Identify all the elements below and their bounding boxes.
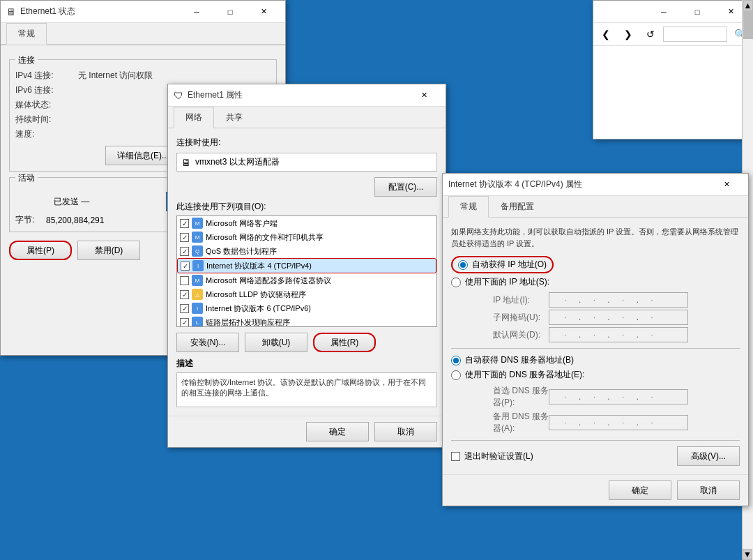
item-text-4: Microsoft 网络适配器多路传送器协议 <box>206 275 331 286</box>
alternate-dns-label: 备用 DNS 服务器(A): <box>493 411 549 434</box>
auto-dns-label: 自动获得 DNS 服务器地址(B) <box>465 354 574 366</box>
manual-dns-radio[interactable] <box>451 370 461 380</box>
properties-cancel-button[interactable]: 取消 <box>374 422 437 441</box>
uninstall-button[interactable]: 卸载(U) <box>245 333 307 352</box>
activity-group-title: 活动 <box>15 172 38 184</box>
tab-network[interactable]: 网络 <box>174 107 214 128</box>
checkbox-6[interactable] <box>180 304 189 313</box>
tcp-close-button[interactable]: ✕ <box>710 176 743 193</box>
bg-maximize-button[interactable]: □ <box>681 3 713 20</box>
shield-icon: 🛡 <box>174 90 183 101</box>
adapter-row: 🖥 vmxnet3 以太网适配器 <box>176 153 437 172</box>
subnet-seg4: · <box>639 312 665 322</box>
alternate-dns-input[interactable]: · . · . · . · <box>549 415 688 430</box>
scroll-thumb[interactable] <box>743 11 753 39</box>
checkbox-1[interactable] <box>180 233 189 242</box>
tcp-info-text: 如果网络支持此功能，则可以获取自动指派的 IP 设置。否则，您需要从网络系统管理… <box>451 226 740 249</box>
ip-seg2: · <box>581 295 607 305</box>
dns-fields: 首选 DNS 服务器(P): · . · . · . · 备用 DNS 服务器(… <box>465 385 740 434</box>
media-label: 媒体状态: <box>15 99 78 111</box>
item-text-3: Internet 协议版本 4 (TCP/IPv4) <box>206 261 312 271</box>
disable-button[interactable]: 禁用(D) <box>77 241 140 260</box>
checkbox-0[interactable] <box>180 219 189 228</box>
list-item-6[interactable]: I Internet 协议版本 6 (TCP/IPv6) <box>177 301 436 315</box>
checkbox-2[interactable] <box>180 247 189 256</box>
checkbox-7[interactable] <box>180 318 189 327</box>
pdns-seg3: · <box>610 392 637 402</box>
auto-ip-row: 自动获得 IP 地址(O) <box>451 256 740 273</box>
subnet-label: 子网掩码(U): <box>493 312 549 324</box>
auto-ip-highlighted: 自动获得 IP 地址(O) <box>451 256 554 273</box>
item-text-7: 链路层拓扑发现响应程序 <box>206 317 290 328</box>
auto-dns-radio[interactable] <box>451 356 461 365</box>
advanced-button[interactable]: 高级(V)... <box>677 446 740 466</box>
tab-tcp-alternate[interactable]: 备用配置 <box>489 196 546 217</box>
checkbox-4[interactable] <box>180 276 189 285</box>
status-close-button[interactable]: ✕ <box>248 3 280 20</box>
tcp-title-text: Internet 协议版本 4 (TCP/IPv4) 属性 <box>448 179 582 190</box>
alternate-dns-row: 备用 DNS 服务器(A): · . · . · . · <box>479 411 740 434</box>
connection-use-label: 连接时使用: <box>176 137 437 149</box>
ipv6-label: IPv6 连接: <box>15 84 78 96</box>
adns-seg1: · <box>552 418 579 427</box>
item-icon-4: M <box>192 275 203 286</box>
tcp-ok-button[interactable]: 确定 <box>609 480 671 500</box>
config-button[interactable]: 配置(C)... <box>374 177 437 197</box>
tcp-divider2 <box>451 440 740 441</box>
list-item-2[interactable]: Q QoS 数据包计划程序 <box>177 244 436 258</box>
properties-close-button[interactable]: ✕ <box>408 87 440 104</box>
status-title: Ethernet1 状态 <box>20 6 75 17</box>
tcp-cancel-button[interactable]: 取消 <box>677 480 740 500</box>
properties-r-button[interactable]: 属性(R) <box>313 333 376 352</box>
subnet-input[interactable]: · . · . · . · <box>549 310 688 325</box>
scroll-up-btn[interactable]: ▲ <box>743 0 753 11</box>
gateway-input[interactable]: · . · . · . · <box>549 327 688 342</box>
properties-button[interactable]: 属性(P) <box>9 241 72 260</box>
list-item-0[interactable]: M Microsoft 网络客户端 <box>177 216 436 230</box>
status-maximize-button[interactable]: □ <box>214 3 246 20</box>
tab-general[interactable]: 常规 <box>6 23 47 45</box>
bg-minimize-button[interactable]: ─ <box>648 3 680 20</box>
bg-title-bar: ─ □ ✕ <box>593 1 752 23</box>
list-item-1[interactable]: M Microsoft 网络的文件和打印机共享 <box>177 230 436 244</box>
section-divider <box>451 348 740 349</box>
manual-dns-label: 使用下面的 DNS 服务器地址(E): <box>465 369 584 381</box>
item-icon-2: Q <box>192 245 203 257</box>
validate-checkbox[interactable] <box>451 452 460 461</box>
list-item-5[interactable]: △ Microsoft LLDP 协议驱动程序 <box>177 287 436 301</box>
ip-address-input[interactable]: · . · . · . · <box>549 292 688 308</box>
adns-seg3: · <box>610 418 637 427</box>
description-text: 传输控制协议/Internet 协议。该协议是默认的广域网络协议，用于在不同的相… <box>176 372 437 407</box>
preferred-dns-input[interactable]: · . · . · . · <box>549 389 688 404</box>
install-button[interactable]: 安装(N)... <box>176 333 239 352</box>
checkbox-5[interactable] <box>180 290 189 299</box>
adns-seg2: · <box>581 418 607 427</box>
ipv4-row: IPv4 连接: 无 Internet 访问权限 <box>15 70 271 82</box>
refresh-icon[interactable]: ↺ <box>641 26 660 43</box>
item-icon-7: L <box>192 317 203 327</box>
list-item-4[interactable]: M Microsoft 网络适配器多路传送器协议 <box>177 273 436 287</box>
properties-title-bar: 🛡 Ethernet1 属性 ✕ <box>168 84 446 107</box>
ip-radio-group: 自动获得 IP 地址(O) 使用下面的 IP 地址(S): <box>451 256 740 288</box>
manual-ip-radio[interactable] <box>451 278 461 287</box>
properties-ok-button[interactable]: 确定 <box>306 422 369 441</box>
scroll-down-btn[interactable]: ▼ <box>743 549 752 560</box>
checkbox-3[interactable] <box>181 262 190 271</box>
back-icon[interactable]: ❮ <box>596 26 616 43</box>
tab-sharing[interactable]: 共享 <box>214 107 254 128</box>
tab-tcp-general[interactable]: 常规 <box>448 196 489 218</box>
ip-address-label: IP 地址(I): <box>493 294 549 306</box>
properties-footer: 确定 取消 <box>168 416 446 447</box>
forward-icon[interactable]: ❯ <box>618 26 638 43</box>
status-minimize-button[interactable]: ─ <box>181 3 213 20</box>
item-text-6: Internet 协议版本 6 (TCP/IPv6) <box>206 303 311 314</box>
items-list: M Microsoft 网络客户端 M Microsoft 网络的文件和打印机共… <box>176 215 437 327</box>
list-item-7[interactable]: L 链路层拓扑发现响应程序 <box>177 315 436 327</box>
auto-ip-radio[interactable] <box>458 260 468 270</box>
properties-title: Ethernet1 属性 <box>188 89 243 101</box>
manual-ip-row: 使用下面的 IP 地址(S): <box>451 276 740 288</box>
list-item-3[interactable]: I Internet 协议版本 4 (TCP/IPv4) <box>177 258 436 273</box>
address-bar[interactable] <box>663 27 727 42</box>
subnet-row: 子网掩码(U): · . · . · . · <box>479 310 740 325</box>
ip-seg4: · <box>639 295 665 305</box>
